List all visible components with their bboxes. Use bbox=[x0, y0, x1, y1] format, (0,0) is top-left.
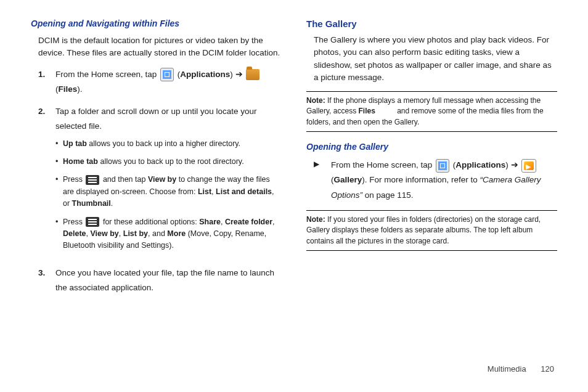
text: Tap a folder and scroll down or up until… bbox=[55, 107, 256, 131]
text: ) ➔ bbox=[505, 160, 520, 169]
label-files: Files bbox=[59, 84, 78, 94]
heading-the-gallery: The Gallery bbox=[306, 18, 557, 29]
text: From the Home screen, tap bbox=[55, 70, 159, 79]
files-folder-icon bbox=[246, 69, 259, 80]
text: From the Home screen, tap bbox=[331, 160, 435, 169]
text: on page 115. bbox=[362, 190, 414, 200]
gallery-icon bbox=[521, 159, 536, 173]
subheading-opening-files: Opening and Navigating within Files bbox=[31, 18, 282, 28]
triangle-marker-icon: ▶ bbox=[314, 158, 331, 203]
text: If you stored your files in folders (dir… bbox=[306, 215, 541, 245]
applications-icon bbox=[160, 68, 174, 81]
note-memory-full: Note: If the phone displays a memory ful… bbox=[306, 91, 557, 132]
label-files: Files bbox=[358, 107, 375, 115]
label-applications: Applications bbox=[455, 160, 505, 169]
note-folders-albums: Note: If you stored your files in folder… bbox=[306, 210, 557, 251]
bullet-up-tab: Up tab allows you to back up into a high… bbox=[55, 138, 282, 150]
note-label: Note: bbox=[306, 96, 325, 105]
text: ). bbox=[77, 84, 82, 94]
intro-paragraph: DCIM is the default location for picture… bbox=[38, 35, 282, 60]
text: ) ➔ bbox=[230, 70, 245, 79]
label-applications: Applications bbox=[180, 70, 230, 79]
gallery-step: ▶ From the Home screen, tap (Application… bbox=[314, 158, 557, 203]
right-column: The Gallery The Gallery is where you vie… bbox=[306, 18, 557, 303]
bullet-more-options: Press for these additional options: Shar… bbox=[55, 216, 282, 252]
note-label: Note: bbox=[306, 215, 325, 224]
subheading-opening-gallery: Opening the Gallery bbox=[306, 142, 557, 152]
step-2: 2. Tap a folder and scroll down or up un… bbox=[38, 104, 282, 258]
gallery-intro: The Gallery is where you view photos and… bbox=[314, 34, 557, 84]
label-gallery: Gallery bbox=[334, 175, 362, 184]
footer-section: Multimedia bbox=[488, 364, 526, 374]
menu-icon bbox=[86, 217, 99, 227]
menu-icon bbox=[86, 175, 99, 185]
steps-list: 1. From the Home screen, tap (Applicatio… bbox=[38, 67, 282, 296]
page-footer: Multimedia 120 bbox=[488, 364, 554, 374]
step-3: 3. Once you have located your file, tap … bbox=[38, 266, 282, 296]
left-column: Opening and Navigating within Files DCIM… bbox=[31, 18, 282, 303]
applications-icon bbox=[436, 159, 449, 173]
page-number: 120 bbox=[541, 364, 554, 374]
step-1: 1. From the Home screen, tap (Applicatio… bbox=[38, 67, 282, 97]
bullet-view-by: Press and then tap View by to change the… bbox=[55, 174, 282, 210]
bullet-home-tab: Home tab allows you to back up to the ro… bbox=[55, 156, 282, 168]
sub-bullets: Up tab allows you to back up into a high… bbox=[55, 138, 282, 252]
text: ). For more information, refer to bbox=[362, 175, 480, 184]
